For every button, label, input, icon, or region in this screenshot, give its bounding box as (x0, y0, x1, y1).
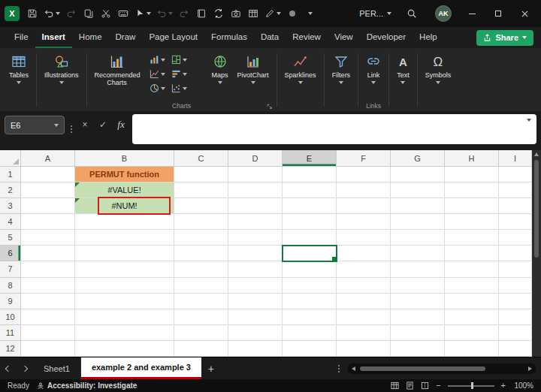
pivotchart-button[interactable]: PivotChart (233, 50, 274, 85)
cell-E8[interactable] (283, 278, 337, 294)
cell-A5[interactable] (21, 230, 75, 246)
cut-button[interactable] (98, 5, 113, 23)
cell-F1[interactable] (337, 167, 391, 182)
zoom-level[interactable]: 100% (512, 381, 533, 390)
cell-G12[interactable] (391, 341, 445, 357)
cell-E6[interactable] (283, 246, 337, 261)
menu-tab-home[interactable]: Home (72, 27, 109, 48)
cell-H3[interactable] (445, 198, 499, 214)
cell-F12[interactable] (337, 341, 391, 357)
cell-D2[interactable] (228, 182, 283, 198)
horizontal-scroll-thumb[interactable] (360, 366, 485, 371)
menu-tab-insert[interactable]: Insert (35, 27, 72, 48)
column-header-C[interactable]: C (174, 150, 228, 167)
cell-B6[interactable] (75, 246, 174, 261)
cell-C9[interactable] (174, 294, 228, 309)
cell-G11[interactable] (391, 325, 445, 341)
cell-F2[interactable] (337, 182, 391, 198)
cell-D9[interactable] (228, 294, 283, 309)
cell-I6[interactable] (499, 246, 532, 261)
avatar[interactable]: AK (435, 5, 452, 22)
cell-F3[interactable] (337, 198, 391, 214)
row-header-12[interactable]: 12 (0, 341, 21, 357)
cell-A8[interactable] (21, 278, 75, 294)
column-header-E[interactable]: E (283, 150, 337, 167)
excel-app-icon[interactable]: X (5, 6, 20, 21)
redo-history-button[interactable] (177, 5, 192, 23)
enter-button[interactable]: ✓ (96, 119, 110, 131)
close-button[interactable] (512, 3, 536, 24)
row-header-10[interactable]: 10 (0, 309, 21, 325)
menu-tab-help[interactable]: Help (413, 27, 444, 48)
zoom-slider[interactable] (448, 385, 494, 387)
cell-I10[interactable] (499, 309, 532, 325)
cell-C11[interactable] (174, 325, 228, 341)
sheet-tab-example-2-and-example-3[interactable]: example 2 and example 3 (81, 357, 201, 379)
share-button[interactable]: Share (476, 30, 533, 46)
menu-tab-file[interactable]: File (8, 27, 35, 48)
keyboard-button[interactable] (116, 5, 131, 23)
cell-B12[interactable] (75, 341, 174, 357)
cell-A6[interactable] (21, 246, 75, 261)
cell-B9[interactable] (75, 294, 174, 309)
cell-H10[interactable] (445, 309, 499, 325)
vertical-scroll-thumb[interactable] (534, 160, 539, 258)
page-break-view-button[interactable] (421, 381, 429, 390)
vertical-scrollbar[interactable] (532, 150, 541, 357)
minimize-button[interactable] (460, 3, 484, 24)
save-button[interactable] (25, 5, 40, 23)
cell-F11[interactable] (337, 325, 391, 341)
cell-C6[interactable] (174, 246, 228, 261)
cell-I8[interactable] (499, 278, 532, 294)
cell-I7[interactable] (499, 261, 532, 277)
menu-tab-data[interactable]: Data (254, 27, 286, 48)
cell-E1[interactable] (283, 167, 337, 182)
menu-tab-draw[interactable]: Draw (109, 27, 143, 48)
search-button[interactable] (404, 5, 419, 23)
cancel-button[interactable]: × (78, 119, 92, 131)
row-header-11[interactable]: 11 (0, 325, 21, 341)
cell-H11[interactable] (445, 325, 499, 341)
menu-tab-developer[interactable]: Developer (360, 27, 413, 48)
cell-I3[interactable] (499, 198, 532, 214)
sparklines-button[interactable]: Sparklines (280, 50, 321, 85)
column-header-A[interactable]: A (21, 150, 75, 167)
cell-D1[interactable] (228, 167, 283, 182)
horizontal-scrollbar[interactable] (347, 363, 536, 374)
cell-B7[interactable] (75, 261, 174, 277)
scroll-up-icon[interactable] (534, 152, 539, 156)
cell-H8[interactable] (445, 278, 499, 294)
insert-pie-chart-button[interactable] (147, 81, 168, 95)
page-layout-view-button[interactable] (406, 381, 414, 390)
cell-D8[interactable] (228, 278, 283, 294)
zoom-out-button[interactable]: − (436, 381, 440, 390)
table-quick-button[interactable] (246, 5, 261, 23)
filters-button[interactable]: Filters (328, 50, 355, 85)
menu-tab-formulas[interactable]: Formulas (204, 27, 254, 48)
row-header-3[interactable]: 3 (0, 198, 21, 214)
touch-mouse-mode-button[interactable] (133, 5, 153, 23)
cell-G9[interactable] (391, 294, 445, 309)
new-sheet-button[interactable]: + (201, 357, 221, 379)
cell-A11[interactable] (21, 325, 75, 341)
cell-H2[interactable] (445, 182, 499, 198)
cell-D12[interactable] (228, 341, 283, 357)
cell-G4[interactable] (391, 214, 445, 230)
cell-I2[interactable] (499, 182, 532, 198)
sheet-options-icon[interactable] (338, 368, 340, 369)
sync-button[interactable] (211, 5, 226, 23)
redo-button[interactable] (64, 5, 79, 23)
cell-E11[interactable] (283, 325, 337, 341)
next-sheet-button[interactable] (17, 357, 33, 379)
cell-D7[interactable] (228, 261, 283, 277)
cell-D3[interactable] (228, 198, 283, 214)
cell-I9[interactable] (499, 294, 532, 309)
menu-tab-review[interactable]: Review (286, 27, 328, 48)
column-header-F[interactable]: F (337, 150, 391, 167)
draw-button[interactable] (263, 5, 283, 23)
cell-C5[interactable] (174, 230, 228, 246)
quick-access-overflow-button[interactable] (302, 5, 317, 23)
insert-function-button[interactable]: fx (114, 119, 128, 131)
row-header-7[interactable]: 7 (0, 261, 21, 277)
insert-column-chart-button[interactable] (147, 53, 168, 67)
